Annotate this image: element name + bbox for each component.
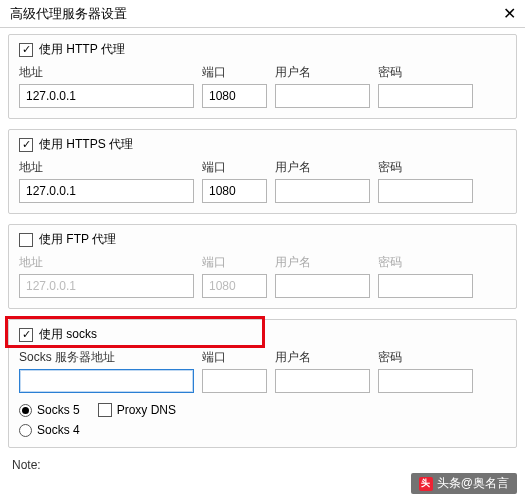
socks-port-input[interactable]	[202, 369, 267, 393]
ftp-section: 使用 FTP 代理 地址 端口 用户名 密码	[8, 224, 517, 309]
https-port-label: 端口	[202, 159, 267, 176]
http-section: 使用 HTTP 代理 地址 端口 用户名 密码	[8, 34, 517, 119]
radio-dot-icon	[19, 424, 32, 437]
http-use-label: 使用 HTTP 代理	[39, 41, 125, 58]
watermark: 头 头条@奥名言	[411, 473, 517, 494]
http-address-input[interactable]	[19, 84, 194, 108]
note-label: Note:	[12, 458, 517, 472]
socks-password-label: 密码	[378, 349, 473, 366]
ftp-use-label: 使用 FTP 代理	[39, 231, 116, 248]
ftp-address-input	[19, 274, 194, 298]
socks-port-label: 端口	[202, 349, 267, 366]
socks4-radio-label: Socks 4	[37, 423, 80, 437]
http-port-input[interactable]	[202, 84, 267, 108]
https-use-checkbox[interactable]	[19, 138, 33, 152]
watermark-logo-icon: 头	[419, 477, 433, 491]
watermark-text: 头条@奥名言	[437, 475, 509, 492]
socks-password-input[interactable]	[378, 369, 473, 393]
https-address-label: 地址	[19, 159, 194, 176]
socks-username-label: 用户名	[275, 349, 370, 366]
ftp-password-input	[378, 274, 473, 298]
https-address-input[interactable]	[19, 179, 194, 203]
http-address-label: 地址	[19, 64, 194, 81]
proxy-dns-box	[98, 403, 112, 417]
socks-use-checkbox[interactable]	[19, 328, 33, 342]
window-title: 高级代理服务器设置	[10, 5, 499, 23]
radio-dot-icon	[19, 404, 32, 417]
proxy-dns-label: Proxy DNS	[117, 403, 176, 417]
http-use-checkbox[interactable]	[19, 43, 33, 57]
https-port-input[interactable]	[202, 179, 267, 203]
titlebar: 高级代理服务器设置 ✕	[0, 0, 525, 28]
socks-section: 使用 socks Socks 服务器地址 端口 用户名 密码 S	[8, 319, 517, 448]
socks-address-input[interactable]	[19, 369, 194, 393]
ftp-port-input	[202, 274, 267, 298]
ftp-username-input	[275, 274, 370, 298]
ftp-address-label: 地址	[19, 254, 194, 271]
http-password-input[interactable]	[378, 84, 473, 108]
https-username-label: 用户名	[275, 159, 370, 176]
http-username-input[interactable]	[275, 84, 370, 108]
http-username-label: 用户名	[275, 64, 370, 81]
https-password-label: 密码	[378, 159, 473, 176]
proxy-dns-checkbox[interactable]: Proxy DNS	[98, 403, 176, 417]
socks5-radio[interactable]: Socks 5	[19, 403, 80, 417]
socks-username-input[interactable]	[275, 369, 370, 393]
ftp-use-checkbox[interactable]	[19, 233, 33, 247]
https-username-input[interactable]	[275, 179, 370, 203]
ftp-username-label: 用户名	[275, 254, 370, 271]
socks-use-label: 使用 socks	[39, 326, 97, 343]
http-password-label: 密码	[378, 64, 473, 81]
socks5-radio-label: Socks 5	[37, 403, 80, 417]
content: 使用 HTTP 代理 地址 端口 用户名 密码 使用 HTTPS	[0, 28, 525, 472]
http-port-label: 端口	[202, 64, 267, 81]
socks-address-label: Socks 服务器地址	[19, 349, 194, 366]
socks4-radio[interactable]: Socks 4	[19, 423, 80, 437]
https-password-input[interactable]	[378, 179, 473, 203]
ftp-password-label: 密码	[378, 254, 473, 271]
close-icon[interactable]: ✕	[499, 4, 519, 24]
https-section: 使用 HTTPS 代理 地址 端口 用户名 密码	[8, 129, 517, 214]
https-use-label: 使用 HTTPS 代理	[39, 136, 133, 153]
ftp-port-label: 端口	[202, 254, 267, 271]
